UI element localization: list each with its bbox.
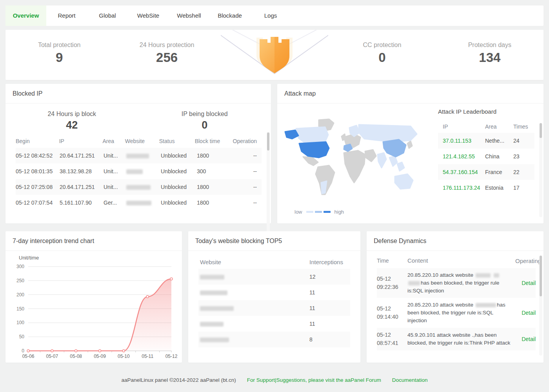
stat-label: Total protection [5, 42, 113, 49]
nav-tab[interactable]: Webshell [169, 5, 209, 26]
support-link[interactable]: For Support|Suggestions, please visit th… [247, 377, 381, 383]
svg-text:250: 250 [16, 278, 24, 283]
stat-24h-ip-block: 24 Hours ip block 42 [5, 111, 138, 131]
svg-text:150: 150 [16, 306, 24, 312]
defense-event-row: 05-12 09:22:36 20.85.220.10 attack websi… [377, 268, 536, 298]
detail-link[interactable]: Detail [522, 310, 536, 316]
nav-tab[interactable]: Overview [5, 5, 46, 26]
table-row: 05-12 07:07:54 5.161.107.90 Ger... Unblo… [16, 195, 262, 211]
stat-label: 24 Hours protection [113, 42, 220, 49]
event-date: 05-12 [377, 305, 407, 313]
redacted-website [200, 338, 229, 342]
svg-text:0: 0 [22, 348, 24, 354]
leaderboard-row: 121.4.182.55 China 23 [438, 149, 534, 164]
detail-link[interactable]: Detail [522, 336, 536, 342]
defense-event-row: 05-12 08:57:41 45.9.20.101 attack websit… [377, 328, 536, 350]
svg-text:05-07: 05-07 [46, 354, 58, 359]
stat-ip-being-blocked: IP being blocked 0 [138, 111, 271, 131]
legend-high-label: high [334, 209, 344, 215]
panel-title: Today's website blocking TOP5 [188, 231, 360, 251]
table-row: 05-12 08:01:35 38.132.98.28 Unit... Unbl… [16, 163, 262, 179]
redacted-website [200, 275, 224, 279]
stat-value: 0 [328, 50, 436, 65]
attacker-ip[interactable]: 54.37.160.154 [443, 169, 485, 175]
panel-title: Attack map [277, 84, 544, 103]
nav-tab[interactable]: Blockade [209, 5, 250, 26]
event-content: 45.9.20.101 attack website .,has been bl… [407, 331, 515, 347]
stat-24h-protection: 24 Hours protection 256 [113, 30, 220, 80]
leaderboard-title: Attack IP Leaderboard [438, 108, 534, 115]
scrollbar[interactable] [539, 256, 542, 356]
redacted-website [126, 169, 143, 174]
svg-text:200: 200 [16, 292, 24, 298]
table-header-row: Website Interceptions [198, 255, 350, 269]
table-row: 11 [198, 316, 350, 332]
stat-label: CC protection [328, 42, 436, 49]
top5-table: Website Interceptions 12 11 11 11 8 [198, 255, 350, 347]
nav-tab[interactable]: Logs [250, 5, 291, 26]
stat-label: Protection days [436, 42, 544, 49]
documentation-link[interactable]: Documentation [392, 377, 428, 383]
nav-tab[interactable]: Report [46, 5, 87, 26]
redacted-website [126, 154, 149, 158]
table-row: 11 [198, 300, 350, 316]
svg-text:05-06: 05-06 [22, 354, 35, 359]
svg-text:50: 50 [19, 334, 25, 339]
legend-swatch-mid [315, 211, 322, 213]
stat-total-protection: Total protection 9 [5, 30, 113, 80]
scrollbar[interactable] [539, 123, 542, 217]
svg-text:05-11: 05-11 [142, 354, 153, 359]
leaderboard-row: 176.111.173.24 Estonia 17 [438, 180, 534, 196]
panel-title: Defense Dynamics [367, 231, 544, 251]
detail-link[interactable]: Detail [522, 280, 536, 286]
table-row: 05-12 07:25:08 20.64.171.251 Unit... Unb… [16, 179, 262, 195]
svg-text:05-10: 05-10 [118, 354, 130, 359]
attacker-ip[interactable]: 121.4.182.55 [443, 153, 485, 160]
defense-event-row: 05-12 09:14:40 20.85.220.10 attack websi… [377, 298, 536, 328]
svg-text:300: 300 [16, 264, 24, 269]
event-content: 20.85.220.10 attack website has been blo… [407, 301, 515, 325]
table-row: 8 [198, 332, 350, 347]
event-date: 05-12 [377, 331, 407, 339]
top5-panel: Today's website blocking TOP5 Website In… [188, 231, 360, 363]
trend-chart-panel: 7-day interception trend chart Unit/time… [5, 231, 182, 363]
stat-value: 134 [436, 50, 544, 65]
nav-tab[interactable]: Global [87, 5, 128, 26]
redacted-text [494, 273, 499, 278]
redacted-website [126, 201, 151, 205]
redacted-website [200, 290, 227, 295]
panel-title: Blocked IP [5, 84, 271, 103]
table-header-row: Time Content Operating [377, 253, 536, 268]
redacted-website [126, 185, 151, 190]
protection-stats-card: Total protection 9 24 Hours protection 2… [5, 30, 544, 80]
table-row: 05-12 08:42:52 20.64.171.251 Unit... Unb… [16, 148, 262, 163]
redacted-website [200, 322, 224, 327]
redacted-text [476, 273, 491, 278]
table-row: 11 [198, 285, 350, 300]
attacker-ip[interactable]: 176.111.173.24 [443, 185, 485, 191]
legend-swatch-high [324, 211, 331, 213]
blocked-ip-table: Begin IP Area Website Status Block time … [16, 134, 262, 211]
svg-text:05-08: 05-08 [70, 354, 82, 359]
defense-dynamics-panel: Defense Dynamics Time Content Operating … [367, 231, 544, 363]
defense-table: Time Content Operating 05-12 09:22:36 20… [377, 253, 536, 350]
legend-low-label: low [294, 209, 302, 215]
world-map-svg [281, 118, 426, 202]
event-time: 08:57:41 [377, 339, 407, 347]
world-map [281, 118, 426, 202]
attacker-ip[interactable]: 37.0.11.153 [443, 138, 485, 144]
svg-text:05-12: 05-12 [165, 354, 178, 359]
event-time: 09:22:36 [377, 283, 407, 291]
event-time: 09:14:40 [377, 313, 407, 321]
event-content: 20.85.220.10 attack website has been blo… [407, 271, 515, 295]
event-date: 05-12 [377, 275, 407, 283]
table-header-row: Begin IP Area Website Status Block time … [16, 134, 262, 148]
stat-cc-protection: CC protection 0 [328, 30, 436, 80]
shield-emblem [221, 30, 328, 80]
stat-protection-days: Protection days 134 [436, 30, 544, 80]
map-legend: low high [291, 209, 347, 215]
footer: aaPanelLinux panel ©2014-2022 aaPanel (b… [0, 377, 549, 383]
stat-value: 9 [5, 50, 113, 65]
nav-tab[interactable]: WebSite [128, 5, 169, 26]
redacted-text [408, 281, 420, 285]
